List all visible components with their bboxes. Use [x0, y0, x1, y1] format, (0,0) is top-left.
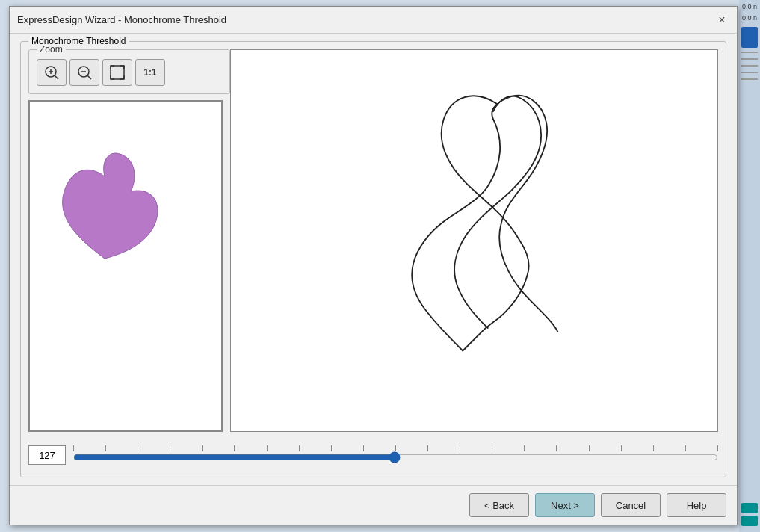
close-button[interactable]: ×	[714, 13, 729, 28]
back-button[interactable]: < Back	[469, 493, 529, 517]
tick	[621, 445, 622, 451]
tick	[460, 445, 460, 451]
zoom-buttons: 1:1	[37, 59, 222, 86]
canvas-svg	[231, 50, 717, 431]
help-button[interactable]: Help	[667, 493, 726, 517]
zoom-label: Zoom	[37, 44, 66, 55]
zoom-out-icon	[76, 64, 93, 81]
tick	[234, 445, 235, 451]
next-button[interactable]: Next >	[535, 493, 595, 517]
teal-block-1	[741, 503, 758, 513]
divider-4	[741, 72, 758, 73]
svg-rect-7	[111, 66, 124, 79]
content-row: Zoom	[28, 49, 718, 432]
right-app-panel: 0.0 n 0.0 n	[739, 0, 760, 532]
left-panel: Zoom	[28, 49, 223, 432]
slider-ticks	[73, 445, 718, 451]
cancel-button[interactable]: Cancel	[601, 493, 661, 517]
dialog-title: ExpressDesign Wizard - Monochrome Thresh…	[17, 14, 226, 25]
slider-area: 127	[28, 441, 718, 469]
zoom-fit-button[interactable]	[102, 59, 132, 86]
dialog-footer: < Back Next > Cancel Help	[10, 485, 737, 525]
divider-3	[741, 65, 758, 66]
tick	[524, 445, 525, 451]
divider-2	[741, 58, 758, 60]
tick	[363, 445, 364, 451]
zoom-in-icon	[43, 64, 60, 81]
main-section: Monochrome Threshold Zoom	[20, 41, 726, 477]
tick	[395, 445, 396, 451]
teal-block-2	[741, 516, 758, 526]
tick	[589, 445, 590, 451]
dialog-titlebar: ExpressDesign Wizard - Monochrome Thresh…	[10, 7, 737, 34]
svg-line-6	[87, 75, 91, 79]
express-design-dialog: ExpressDesign Wizard - Monochrome Thresh…	[9, 6, 738, 525]
tick	[73, 445, 74, 451]
tick	[685, 445, 686, 451]
tick	[556, 445, 557, 451]
zoom-section: Zoom	[28, 49, 230, 94]
slider-value-input[interactable]: 127	[28, 445, 66, 465]
tick	[331, 445, 332, 451]
zoom-1to1-label: 1:1	[143, 67, 156, 78]
threshold-slider[interactable]	[73, 451, 718, 463]
zoom-in-button[interactable]	[37, 59, 67, 86]
tick	[138, 445, 138, 451]
tick	[717, 445, 718, 451]
svg-line-3	[55, 75, 58, 79]
tick	[105, 445, 106, 451]
tick	[653, 445, 654, 451]
divider-1	[741, 52, 758, 53]
tick	[427, 445, 428, 451]
tick	[267, 445, 268, 451]
zoom-1to1-button[interactable]: 1:1	[135, 59, 165, 86]
tick	[299, 445, 300, 451]
dialog-body: Monochrome Threshold Zoom	[10, 34, 737, 485]
tick	[492, 445, 492, 451]
divider-5	[741, 78, 758, 80]
preview-heart-shape	[63, 153, 158, 259]
main-canvas	[230, 49, 718, 432]
heart-outline-path	[412, 96, 557, 351]
tick	[202, 445, 203, 451]
blue-block	[741, 27, 758, 48]
zoom-fit-icon	[109, 64, 126, 81]
tick	[170, 445, 170, 451]
zoom-out-button[interactable]	[69, 59, 99, 86]
metric-1: 0.0 n	[742, 3, 757, 10]
preview-box	[28, 100, 223, 432]
slider-container	[73, 444, 718, 466]
metric-2: 0.0 n	[742, 14, 757, 22]
preview-heart-svg	[30, 102, 194, 296]
